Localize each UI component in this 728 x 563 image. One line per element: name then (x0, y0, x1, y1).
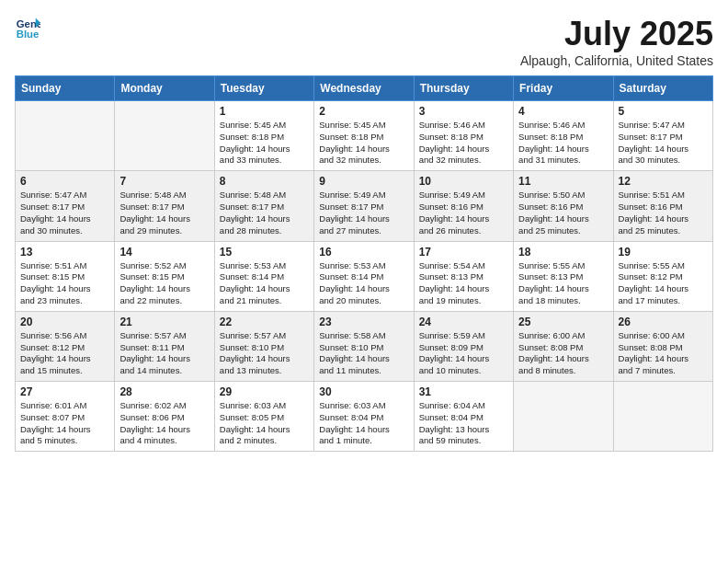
day-info: Sunrise: 5:51 AM Sunset: 8:15 PM Dayligh… (20, 260, 109, 307)
calendar-cell: 14Sunrise: 5:52 AM Sunset: 8:15 PM Dayli… (115, 241, 214, 311)
day-number: 31 (419, 385, 508, 398)
calendar-week-row: 27Sunrise: 6:01 AM Sunset: 8:07 PM Dayli… (16, 382, 713, 452)
day-info: Sunrise: 5:57 AM Sunset: 8:11 PM Dayligh… (119, 330, 209, 377)
day-info: Sunrise: 5:47 AM Sunset: 8:17 PM Dayligh… (20, 190, 109, 236)
day-number: 19 (619, 246, 708, 259)
day-number: 22 (220, 316, 309, 328)
calendar-cell: 1Sunrise: 5:45 AM Sunset: 8:18 PM Daylig… (214, 101, 313, 171)
day-number: 18 (518, 246, 608, 259)
day-info: Sunrise: 5:51 AM Sunset: 8:16 PM Dayligh… (619, 190, 708, 236)
page-header: General Blue July 2025 Alpaugh, Californ… (15, 15, 713, 68)
calendar-cell: 28Sunrise: 6:02 AM Sunset: 8:06 PM Dayli… (115, 382, 214, 452)
calendar-week-row: 1Sunrise: 5:45 AM Sunset: 8:18 PM Daylig… (16, 101, 713, 171)
day-info: Sunrise: 5:57 AM Sunset: 8:10 PM Dayligh… (220, 330, 309, 377)
day-number: 27 (20, 385, 109, 398)
day-number: 1 (220, 105, 309, 118)
day-number: 20 (20, 316, 109, 328)
calendar-cell: 16Sunrise: 5:53 AM Sunset: 8:14 PM Dayli… (314, 241, 414, 311)
title-block: July 2025 Alpaugh, California, United St… (520, 15, 713, 68)
day-info: Sunrise: 5:49 AM Sunset: 8:16 PM Dayligh… (419, 190, 508, 236)
calendar-cell: 6Sunrise: 5:47 AM Sunset: 8:17 PM Daylig… (16, 171, 115, 241)
calendar-cell: 3Sunrise: 5:46 AM Sunset: 8:18 PM Daylig… (414, 101, 513, 171)
day-number: 24 (419, 316, 508, 328)
day-number: 16 (319, 246, 408, 259)
day-number: 6 (20, 175, 109, 188)
calendar-cell: 22Sunrise: 5:57 AM Sunset: 8:10 PM Dayli… (214, 311, 313, 381)
month-title: July 2025 (520, 15, 713, 53)
calendar-cell: 24Sunrise: 5:59 AM Sunset: 8:09 PM Dayli… (414, 311, 513, 381)
day-info: Sunrise: 5:53 AM Sunset: 8:14 PM Dayligh… (220, 260, 309, 307)
weekday-header-saturday: Saturday (613, 76, 712, 101)
day-info: Sunrise: 6:00 AM Sunset: 8:08 PM Dayligh… (619, 330, 708, 377)
day-info: Sunrise: 5:46 AM Sunset: 8:18 PM Dayligh… (518, 120, 608, 167)
day-info: Sunrise: 6:03 AM Sunset: 8:04 PM Dayligh… (319, 400, 408, 447)
calendar-week-row: 20Sunrise: 5:56 AM Sunset: 8:12 PM Dayli… (16, 311, 713, 381)
calendar-cell: 21Sunrise: 5:57 AM Sunset: 8:11 PM Dayli… (115, 311, 214, 381)
day-info: Sunrise: 5:56 AM Sunset: 8:12 PM Dayligh… (20, 330, 109, 377)
location-title: Alpaugh, California, United States (520, 53, 713, 68)
day-number: 25 (518, 316, 608, 328)
day-info: Sunrise: 5:49 AM Sunset: 8:17 PM Dayligh… (319, 190, 408, 236)
day-info: Sunrise: 6:01 AM Sunset: 8:07 PM Dayligh… (20, 400, 109, 447)
calendar-cell: 26Sunrise: 6:00 AM Sunset: 8:08 PM Dayli… (613, 311, 712, 381)
weekday-header-tuesday: Tuesday (214, 76, 313, 101)
svg-text:Blue: Blue (17, 29, 40, 40)
calendar-cell: 5Sunrise: 5:47 AM Sunset: 8:17 PM Daylig… (613, 101, 712, 171)
calendar-cell: 20Sunrise: 5:56 AM Sunset: 8:12 PM Dayli… (16, 311, 115, 381)
calendar-week-row: 13Sunrise: 5:51 AM Sunset: 8:15 PM Dayli… (16, 241, 713, 311)
logo: General Blue (15, 15, 40, 40)
calendar-cell: 30Sunrise: 6:03 AM Sunset: 8:04 PM Dayli… (314, 382, 414, 452)
day-number: 29 (220, 385, 309, 398)
calendar-cell: 9Sunrise: 5:49 AM Sunset: 8:17 PM Daylig… (314, 171, 414, 241)
day-info: Sunrise: 5:45 AM Sunset: 8:18 PM Dayligh… (319, 120, 408, 167)
day-number: 30 (319, 385, 408, 398)
calendar-cell (16, 101, 115, 171)
calendar-cell: 13Sunrise: 5:51 AM Sunset: 8:15 PM Dayli… (16, 241, 115, 311)
day-number: 7 (119, 175, 209, 188)
calendar-cell: 7Sunrise: 5:48 AM Sunset: 8:17 PM Daylig… (115, 171, 214, 241)
calendar-cell: 25Sunrise: 6:00 AM Sunset: 8:08 PM Dayli… (514, 311, 613, 381)
day-info: Sunrise: 5:55 AM Sunset: 8:13 PM Dayligh… (518, 260, 608, 307)
weekday-header-monday: Monday (115, 76, 214, 101)
day-number: 17 (419, 246, 508, 259)
calendar-cell: 23Sunrise: 5:58 AM Sunset: 8:10 PM Dayli… (314, 311, 414, 381)
day-info: Sunrise: 5:53 AM Sunset: 8:14 PM Dayligh… (319, 260, 408, 307)
weekday-header-thursday: Thursday (414, 76, 513, 101)
calendar-cell (115, 101, 214, 171)
calendar-cell: 10Sunrise: 5:49 AM Sunset: 8:16 PM Dayli… (414, 171, 513, 241)
weekday-header-wednesday: Wednesday (314, 76, 414, 101)
day-number: 26 (619, 316, 708, 328)
day-number: 13 (20, 246, 109, 259)
day-number: 4 (518, 105, 608, 118)
calendar-cell: 11Sunrise: 5:50 AM Sunset: 8:16 PM Dayli… (514, 171, 613, 241)
day-info: Sunrise: 6:02 AM Sunset: 8:06 PM Dayligh… (119, 400, 209, 447)
day-info: Sunrise: 5:54 AM Sunset: 8:13 PM Dayligh… (419, 260, 508, 307)
calendar-cell: 12Sunrise: 5:51 AM Sunset: 8:16 PM Dayli… (613, 171, 712, 241)
day-number: 15 (220, 246, 309, 259)
day-info: Sunrise: 6:00 AM Sunset: 8:08 PM Dayligh… (518, 330, 608, 377)
calendar-cell: 2Sunrise: 5:45 AM Sunset: 8:18 PM Daylig… (314, 101, 414, 171)
calendar-cell: 29Sunrise: 6:03 AM Sunset: 8:05 PM Dayli… (214, 382, 313, 452)
calendar-cell: 31Sunrise: 6:04 AM Sunset: 8:04 PM Dayli… (414, 382, 513, 452)
weekday-header-friday: Friday (514, 76, 613, 101)
day-number: 8 (220, 175, 309, 188)
day-info: Sunrise: 5:52 AM Sunset: 8:15 PM Dayligh… (119, 260, 209, 307)
calendar-week-row: 6Sunrise: 5:47 AM Sunset: 8:17 PM Daylig… (16, 171, 713, 241)
weekday-header-row: SundayMondayTuesdayWednesdayThursdayFrid… (16, 76, 713, 101)
day-number: 21 (119, 316, 209, 328)
day-info: Sunrise: 5:50 AM Sunset: 8:16 PM Dayligh… (518, 190, 608, 236)
calendar-table: SundayMondayTuesdayWednesdayThursdayFrid… (15, 75, 713, 452)
day-info: Sunrise: 6:04 AM Sunset: 8:04 PM Dayligh… (419, 400, 508, 447)
day-info: Sunrise: 5:55 AM Sunset: 8:12 PM Dayligh… (619, 260, 708, 307)
day-number: 14 (119, 246, 209, 259)
day-number: 28 (119, 385, 209, 398)
day-info: Sunrise: 6:03 AM Sunset: 8:05 PM Dayligh… (220, 400, 309, 447)
day-number: 3 (419, 105, 508, 118)
logo-icon: General Blue (15, 15, 40, 40)
calendar-cell: 17Sunrise: 5:54 AM Sunset: 8:13 PM Dayli… (414, 241, 513, 311)
calendar-cell: 27Sunrise: 6:01 AM Sunset: 8:07 PM Dayli… (16, 382, 115, 452)
day-number: 9 (319, 175, 408, 188)
calendar-cell: 18Sunrise: 5:55 AM Sunset: 8:13 PM Dayli… (514, 241, 613, 311)
day-info: Sunrise: 5:48 AM Sunset: 8:17 PM Dayligh… (119, 190, 209, 236)
day-number: 10 (419, 175, 508, 188)
